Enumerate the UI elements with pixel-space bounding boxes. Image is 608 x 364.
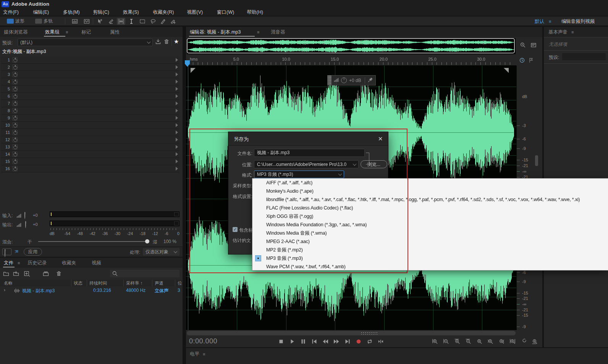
menu-item-6[interactable]: 视图(V) — [187, 9, 203, 16]
rack-slot-5[interactable]: 5 — [1, 85, 179, 93]
tab-effects-rack[interactable]: 效果组 — [45, 29, 60, 35]
tab-favorites[interactable]: 收藏夹 — [62, 260, 76, 266]
filename-input[interactable]: 视频 - 副本.mp3 — [254, 149, 365, 157]
tab-markers[interactable]: 标记 — [81, 29, 91, 35]
rack-power-icon[interactable] — [12, 64, 18, 70]
zoom-in-point-button[interactable] — [486, 338, 495, 345]
format-option-8[interactable]: MP2 音频 (*.mp2) — [252, 246, 608, 254]
rack-power-icon[interactable] — [12, 166, 18, 171]
menu-item-3[interactable]: 剪辑(C) — [93, 9, 109, 16]
rack-slot-arrow-icon[interactable] — [176, 87, 178, 91]
rack-slot-15[interactable]: 15 — [1, 158, 179, 165]
rack-slot-arrow-icon[interactable] — [176, 94, 178, 98]
rack-power-icon[interactable] — [12, 159, 18, 164]
location-combo[interactable]: C:\User...cuments\Adobe\Premiere Pro\13.… — [254, 160, 359, 168]
fx-panel-menu-icon[interactable]: ≡ — [66, 30, 68, 34]
spot-healing-tool[interactable] — [169, 18, 177, 25]
zoom-in-button[interactable] — [431, 338, 439, 345]
menu-item-4[interactable]: 效果(S) — [123, 9, 139, 16]
format-option-9[interactable]: MP3 音频 (*.mp3) — [252, 254, 608, 263]
es-preset-input[interactable] — [562, 53, 606, 60]
preset-combo[interactable]: (默认) — [18, 39, 153, 46]
marquee-tool[interactable] — [138, 18, 147, 25]
workspace-menu-icon[interactable]: ≡ — [549, 19, 551, 24]
col-duration[interactable]: 持续时间 — [89, 280, 107, 286]
stop-button[interactable] — [277, 338, 285, 345]
zoom-selection-button[interactable] — [508, 338, 517, 345]
import-file-icon[interactable] — [13, 271, 19, 278]
time-display[interactable]: 0:00.000 — [189, 337, 217, 345]
rack-slot-16[interactable]: 16 — [1, 165, 179, 172]
rack-slot-8[interactable]: 8 — [1, 107, 179, 114]
tab-media-browser[interactable]: 媒体浏览器 — [4, 29, 28, 35]
rack-slot-12[interactable]: 12 — [1, 136, 179, 143]
zoom-out-time-button[interactable] — [464, 338, 472, 345]
browse-button[interactable]: 浏览... — [361, 160, 387, 168]
open-file-icon[interactable] — [3, 271, 9, 278]
format-combo[interactable]: MP3 音频 (*.mp3) — [254, 171, 344, 178]
save-preset-icon[interactable] — [155, 39, 161, 46]
paintbrush-tool[interactable] — [159, 18, 167, 25]
timeline-ruler[interactable]: hms 5.010.015.020.025.030.0 — [186, 56, 516, 66]
time-display-icon[interactable] — [519, 57, 525, 65]
input-gain-knob[interactable] — [24, 212, 25, 219]
files-panel-menu-icon[interactable]: ≡ — [18, 261, 20, 265]
hud-grip-handle[interactable] — [328, 76, 331, 85]
gain-hud[interactable]: +0 dB — [327, 75, 376, 85]
play-button[interactable] — [288, 338, 296, 345]
rack-power-icon[interactable] — [12, 101, 18, 106]
rack-slot-arrow-icon[interactable] — [176, 159, 178, 163]
rack-slot-10[interactable]: 10 — [1, 122, 179, 129]
waveform-display[interactable] — [82, 18, 91, 25]
rack-slot-arrow-icon[interactable] — [176, 72, 178, 76]
rack-slot-arrow-icon[interactable] — [176, 152, 178, 156]
rack-slot-arrow-icon[interactable] — [176, 138, 178, 142]
col-bits[interactable]: 位 — [178, 280, 182, 286]
dialog-title-bar[interactable]: 另存为 ✕ — [228, 132, 388, 146]
col-sample-rate[interactable]: 采样率 ↑ — [126, 280, 142, 286]
output-gain-knob[interactable] — [25, 221, 26, 228]
menu-item-0[interactable]: 文件(F) — [3, 9, 19, 16]
fade-in-handle[interactable] — [191, 68, 196, 73]
process-combo[interactable]: 仅选区对象 — [143, 248, 179, 256]
format-option-7[interactable]: MPEG 2-AAC (*.aac) — [252, 237, 608, 246]
workspace-default-button[interactable]: 默认 — [535, 18, 544, 25]
files-search-box[interactable] — [110, 270, 179, 277]
rack-power-icon[interactable] — [12, 108, 18, 113]
rack-slot-arrow-icon[interactable] — [176, 116, 178, 120]
rack-slot-2[interactable]: 2 — [1, 64, 179, 71]
file-row[interactable]: › 视频 - 副本.mp3 0:33.216 48000 Hz 立体声 3 — [0, 287, 183, 295]
zoom-in-time-button[interactable] — [453, 338, 461, 345]
zoom-out-point-button[interactable] — [497, 338, 506, 345]
skip-start-button[interactable] — [310, 338, 319, 345]
rack-slot-arrow-icon[interactable] — [176, 130, 178, 134]
rack-slot-11[interactable]: 11 — [1, 129, 179, 136]
zoom-full-button[interactable] — [530, 338, 539, 345]
rack-power-icon[interactable] — [12, 115, 18, 121]
format-option-10[interactable]: Wave PCM (*.wav, *.bwf, *.rf64, *.amb) — [252, 263, 608, 271]
format-option-4[interactable]: Xiph OGG 容器 (*.ogg) — [252, 212, 608, 221]
rack-slot-arrow-icon[interactable] — [176, 58, 178, 62]
overview-strip[interactable] — [187, 38, 516, 54]
rack-power-icon[interactable] — [12, 122, 18, 128]
pause-button[interactable] — [299, 338, 307, 345]
marker-icon[interactable] — [528, 57, 534, 65]
zoom-reset-button[interactable] — [475, 338, 483, 345]
menu-item-7[interactable]: 窗口(W) — [217, 9, 234, 16]
horizontal-scrollbar[interactable] — [187, 331, 516, 335]
overview-menu-icon[interactable] — [530, 42, 537, 50]
zoom-overview-icon[interactable] — [520, 42, 526, 50]
col-status[interactable]: 状态 — [74, 280, 82, 286]
menu-item-5[interactable]: 收藏夹(R) — [153, 9, 174, 16]
new-file-icon[interactable] — [24, 271, 30, 278]
mix-slider-thumb[interactable] — [145, 239, 149, 243]
close-file-icon[interactable] — [56, 271, 62, 278]
rack-slot-arrow-icon[interactable] — [176, 167, 178, 171]
rack-slot-13[interactable]: 13 — [1, 143, 179, 151]
hud-gain-knob[interactable] — [341, 77, 347, 83]
lasso-tool[interactable] — [149, 18, 157, 25]
tab-video[interactable]: 视频 — [92, 260, 101, 266]
rewind-button[interactable] — [321, 338, 330, 345]
menu-item-8[interactable]: 帮助(H) — [247, 9, 263, 16]
close-icon[interactable]: ✕ — [377, 135, 384, 143]
